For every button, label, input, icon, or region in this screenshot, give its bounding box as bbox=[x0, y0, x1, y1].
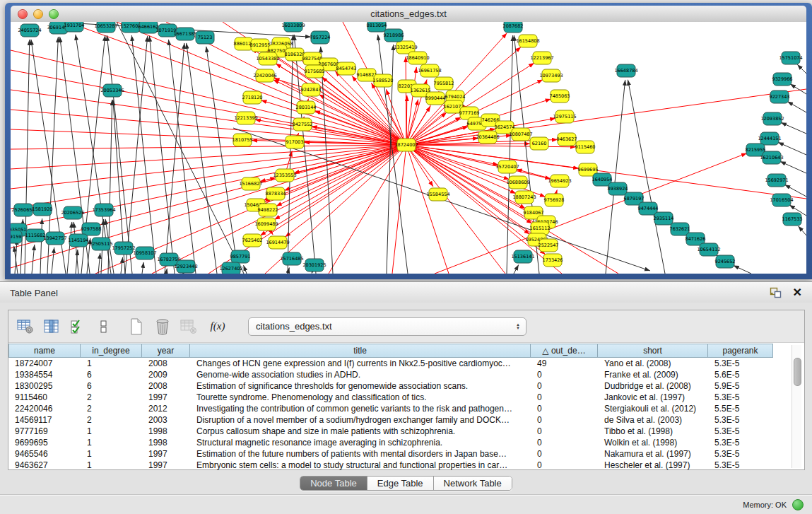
graph-node[interactable]: 10958107 bbox=[133, 247, 156, 259]
graph-node[interactable]: 1615112 bbox=[530, 222, 551, 235]
graph-node[interactable]: 10688609 bbox=[506, 176, 529, 189]
function-builder-icon[interactable]: f(x) bbox=[206, 317, 230, 336]
memory-status-indicator[interactable] bbox=[792, 499, 804, 510]
graph-node[interactable]: 12093852 bbox=[760, 112, 784, 125]
graph-node[interactable]: 15584554 bbox=[426, 188, 449, 201]
graph-node[interactable]: 9245652 bbox=[715, 255, 736, 268]
graph-node[interactable]: 17957252 bbox=[112, 242, 135, 255]
graph-node[interactable]: 1167533 bbox=[782, 213, 803, 226]
graph-node[interactable]: 2935114 bbox=[654, 212, 674, 225]
scrollbar-thumb[interactable] bbox=[794, 358, 801, 386]
graph-node[interactable]: 12975115 bbox=[553, 110, 576, 123]
graph-node[interactable]: 8813054 bbox=[367, 22, 387, 32]
table-vertical-scrollbar[interactable] bbox=[792, 345, 801, 468]
graph-node[interactable]: 8878334 bbox=[266, 187, 286, 200]
table-row[interactable]: 1938455462009Genome-wide association stu… bbox=[8, 369, 773, 380]
graph-node[interactable]: 17353964 bbox=[92, 204, 115, 216]
graph-node[interactable]: 15716485 bbox=[280, 252, 303, 265]
graph-node[interactable]: 939159 bbox=[11, 230, 22, 243]
graph-node[interactable]: 15751074 bbox=[779, 52, 802, 64]
graph-node[interactable]: 9115460 bbox=[575, 141, 596, 153]
graph-node[interactable]: 7857224 bbox=[310, 31, 331, 44]
graph-node[interactable]: 8454743 bbox=[336, 62, 357, 75]
graph-node[interactable]: 16961758 bbox=[418, 64, 441, 77]
table-row[interactable]: 911546021997Tourette syndrome. Phenomeno… bbox=[8, 392, 773, 403]
graph-node[interactable]: 9329966 bbox=[772, 73, 793, 86]
graph-node[interactable]: 2718120 bbox=[242, 91, 263, 104]
graph-node[interactable]: 9756928 bbox=[544, 194, 565, 206]
graph-node[interactable]: 8938924 bbox=[608, 182, 628, 195]
graph-node[interactable]: 1810755 bbox=[233, 134, 253, 146]
graph-node[interactable]: 9242843 bbox=[301, 83, 322, 96]
column-header-title[interactable]: title bbox=[190, 344, 531, 358]
graph-node[interactable]: 10807487 bbox=[509, 128, 532, 141]
graph-node[interactable]: 8990444 bbox=[425, 92, 446, 105]
graph-node[interactable]: 9498222 bbox=[258, 204, 278, 216]
graph-node[interactable]: 7485063 bbox=[550, 90, 570, 103]
delete-table-icon[interactable] bbox=[180, 317, 198, 336]
new-document-icon[interactable] bbox=[127, 317, 146, 336]
graph-node[interactable]: 12213399 bbox=[234, 112, 257, 124]
network-window-titlebar[interactable]: citations_edges.txt bbox=[11, 6, 806, 23]
table-row[interactable]: 1830029562008Estimation of significance … bbox=[8, 380, 773, 392]
graph-hub-node[interactable]: 18724007 bbox=[394, 139, 418, 151]
tab-network-table[interactable]: Network Table bbox=[433, 477, 512, 490]
column-header-in_degree[interactable]: in_degree bbox=[81, 344, 142, 358]
table-settings-icon[interactable] bbox=[16, 317, 35, 336]
graph-node[interactable]: 9297588 bbox=[81, 223, 102, 235]
table-row[interactable]: 1872400712008Changes of HCN gene express… bbox=[8, 358, 773, 369]
table-row[interactable]: 946554611997Estimation of the future num… bbox=[8, 448, 773, 460]
graph-node[interactable]: 10654112 bbox=[697, 243, 720, 256]
graph-node[interactable]: 24055724 bbox=[18, 24, 41, 37]
trash-icon[interactable] bbox=[153, 317, 172, 336]
column-header-name[interactable]: name bbox=[8, 344, 81, 358]
graph-node[interactable]: 8427552 bbox=[293, 118, 313, 131]
graph-node[interactable]: 9227343 bbox=[770, 90, 790, 103]
table-row[interactable]: 977716911998Corpus callosum shape and si… bbox=[8, 426, 773, 437]
graph-node[interactable]: 75123 bbox=[196, 31, 214, 44]
close-panel-icon[interactable]: ✕ bbox=[793, 287, 802, 298]
graph-node[interactable]: 1145194 bbox=[69, 234, 89, 247]
graph-node[interactable]: 16033809 bbox=[281, 22, 305, 32]
graph-node[interactable]: 12627402 bbox=[219, 262, 242, 274]
graph-node[interactable]: 20364486 bbox=[476, 131, 499, 144]
graph-node[interactable]: 10653287 bbox=[94, 22, 117, 33]
graph-node[interactable]: 20206526 bbox=[61, 206, 84, 219]
column-header-pagerank[interactable]: pagerank bbox=[708, 344, 773, 358]
graph-node[interactable]: 16210643 bbox=[760, 151, 783, 164]
table-row[interactable]: 946362711997Embryonic stem cells: a mode… bbox=[8, 460, 773, 471]
graph-node[interactable]: 15166827 bbox=[239, 177, 262, 190]
graph-node[interactable]: 917003 bbox=[286, 136, 304, 148]
graph-node[interactable]: 12353553 bbox=[273, 169, 296, 182]
graph-node[interactable]: 13942757 bbox=[43, 232, 66, 245]
row-check-icon[interactable] bbox=[69, 317, 87, 336]
graph-node[interactable]: 7625402 bbox=[242, 234, 263, 247]
graph-node[interactable]: 10543382 bbox=[256, 52, 279, 65]
table-source-select[interactable]: citations_edges.txt ▲▼ bbox=[248, 317, 526, 336]
graph-node[interactable]: 20053346 bbox=[100, 84, 124, 97]
graph-node[interactable]: 1733426 bbox=[543, 254, 563, 267]
graph-node[interactable]: 9218986 bbox=[384, 29, 404, 42]
float-panel-icon[interactable] bbox=[770, 287, 782, 298]
graph-node[interactable]: 15692971 bbox=[765, 174, 788, 187]
graph-node[interactable]: 1115682 bbox=[25, 229, 46, 242]
tab-node-table[interactable]: Node Table bbox=[300, 477, 367, 490]
graph-node[interactable]: 2522547 bbox=[539, 239, 559, 252]
graph-node[interactable]: 2803144 bbox=[296, 101, 317, 114]
graph-node[interactable]: 12923448 bbox=[174, 260, 197, 273]
graph-node[interactable]: 2087682 bbox=[503, 22, 524, 33]
graph-node[interactable]: 19654923 bbox=[548, 175, 571, 187]
tab-edge-table[interactable]: Edge Table bbox=[367, 477, 433, 490]
graph-node[interactable]: 16671385 bbox=[173, 28, 196, 40]
table-row[interactable]: 969969511998Structural magnetic resonanc… bbox=[8, 437, 773, 448]
rows-icon[interactable] bbox=[95, 317, 113, 336]
graph-node[interactable]: 1581920 bbox=[33, 203, 53, 216]
graph-node[interactable]: 1931704 bbox=[64, 22, 85, 32]
graph-node[interactable]: 18807243 bbox=[512, 191, 536, 204]
graph-node[interactable]: 16099489 bbox=[254, 218, 278, 230]
graph-node[interactable]: 9857791 bbox=[230, 250, 251, 263]
graph-node[interactable]: 7955812 bbox=[434, 77, 454, 90]
column-header-year[interactable]: year bbox=[142, 344, 190, 358]
graph-node[interactable]: 17016504 bbox=[770, 194, 793, 206]
graph-node[interactable]: 12213967 bbox=[530, 52, 553, 64]
